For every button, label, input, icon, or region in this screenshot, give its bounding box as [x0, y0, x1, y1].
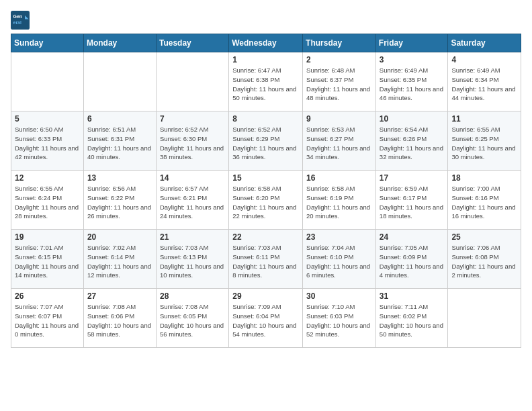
- day-info: Sunrise: 6:49 AMSunset: 6:35 PMDaylight:…: [380, 66, 445, 103]
- day-info: Sunrise: 6:49 AMSunset: 6:34 PMDaylight:…: [451, 66, 517, 103]
- day-number: 3: [380, 55, 445, 64]
- day-info: Sunrise: 6:54 AMSunset: 6:26 PMDaylight:…: [380, 125, 445, 162]
- day-number: 12: [15, 173, 80, 183]
- page-header: Gen eral: [11, 11, 521, 30]
- calendar-week-row: 26 Sunrise: 7:07 AMSunset: 6:07 PMDaylig…: [11, 289, 521, 348]
- calendar-week-row: 1 Sunrise: 6:47 AMSunset: 6:38 PMDayligh…: [11, 52, 521, 111]
- calendar-day-cell: 27 Sunrise: 7:08 AMSunset: 6:06 PMDaylig…: [83, 289, 156, 348]
- calendar-day-cell: 5 Sunrise: 6:50 AMSunset: 6:33 PMDayligh…: [11, 111, 84, 171]
- day-info: Sunrise: 7:02 AMSunset: 6:14 PMDaylight:…: [87, 243, 152, 280]
- calendar-header-row: SundayMondayTuesdayWednesdayThursdayFrid…: [11, 34, 521, 52]
- calendar-week-row: 12 Sunrise: 6:55 AMSunset: 6:24 PMDaylig…: [11, 171, 521, 230]
- day-number: 7: [160, 114, 225, 124]
- calendar-day-cell: 18 Sunrise: 7:00 AMSunset: 6:16 PMDaylig…: [448, 171, 521, 230]
- calendar-day-header: Saturday: [448, 34, 521, 52]
- day-info: Sunrise: 7:08 AMSunset: 6:05 PMDaylight:…: [160, 302, 225, 339]
- calendar-day-cell: [156, 52, 228, 111]
- day-info: Sunrise: 6:58 AMSunset: 6:19 PMDaylight:…: [306, 184, 372, 221]
- day-number: 23: [306, 232, 372, 242]
- calendar-day-cell: 24 Sunrise: 7:05 AMSunset: 6:09 PMDaylig…: [375, 230, 448, 289]
- day-info: Sunrise: 6:51 AMSunset: 6:31 PMDaylight:…: [87, 125, 152, 162]
- day-number: 5: [15, 114, 80, 124]
- day-info: Sunrise: 6:58 AMSunset: 6:20 PMDaylight:…: [232, 184, 299, 221]
- day-number: 24: [380, 232, 445, 242]
- day-info: Sunrise: 7:04 AMSunset: 6:10 PMDaylight:…: [306, 243, 372, 280]
- day-number: 30: [306, 291, 372, 301]
- svg-text:eral: eral: [13, 20, 22, 25]
- day-number: 20: [87, 232, 152, 242]
- day-number: 18: [451, 173, 517, 183]
- day-number: 22: [232, 232, 299, 242]
- day-info: Sunrise: 6:57 AMSunset: 6:21 PMDaylight:…: [160, 184, 225, 221]
- day-number: 19: [15, 232, 80, 242]
- day-info: Sunrise: 7:01 AMSunset: 6:15 PMDaylight:…: [15, 243, 80, 280]
- calendar-day-cell: 29 Sunrise: 7:09 AMSunset: 6:04 PMDaylig…: [229, 289, 303, 348]
- calendar-day-cell: 7 Sunrise: 6:52 AMSunset: 6:30 PMDayligh…: [156, 111, 228, 171]
- calendar-day-header: Tuesday: [156, 34, 228, 52]
- calendar-day-cell: 15 Sunrise: 6:58 AMSunset: 6:20 PMDaylig…: [229, 171, 303, 230]
- calendar-day-cell: 31 Sunrise: 7:11 AMSunset: 6:02 PMDaylig…: [375, 289, 448, 348]
- day-info: Sunrise: 7:03 AMSunset: 6:13 PMDaylight:…: [160, 243, 225, 280]
- day-number: 8: [232, 114, 299, 124]
- calendar-day-cell: 25 Sunrise: 7:06 AMSunset: 6:08 PMDaylig…: [448, 230, 521, 289]
- calendar-day-cell: 20 Sunrise: 7:02 AMSunset: 6:14 PMDaylig…: [83, 230, 156, 289]
- calendar-day-header: Friday: [375, 34, 448, 52]
- day-number: 6: [87, 114, 152, 124]
- calendar-day-cell: [11, 52, 84, 111]
- calendar-day-cell: 21 Sunrise: 7:03 AMSunset: 6:13 PMDaylig…: [156, 230, 228, 289]
- day-number: 27: [87, 291, 152, 301]
- day-number: 15: [232, 173, 299, 183]
- day-info: Sunrise: 6:52 AMSunset: 6:29 PMDaylight:…: [232, 125, 299, 162]
- day-info: Sunrise: 6:55 AMSunset: 6:25 PMDaylight:…: [451, 125, 517, 162]
- day-info: Sunrise: 6:56 AMSunset: 6:22 PMDaylight:…: [87, 184, 152, 221]
- calendar-day-cell: 16 Sunrise: 6:58 AMSunset: 6:19 PMDaylig…: [303, 171, 376, 230]
- calendar-day-cell: 10 Sunrise: 6:54 AMSunset: 6:26 PMDaylig…: [375, 111, 448, 171]
- calendar-day-cell: 30 Sunrise: 7:10 AMSunset: 6:03 PMDaylig…: [303, 289, 376, 348]
- calendar-day-cell: 3 Sunrise: 6:49 AMSunset: 6:35 PMDayligh…: [375, 52, 448, 111]
- day-info: Sunrise: 7:07 AMSunset: 6:07 PMDaylight:…: [15, 302, 80, 339]
- day-info: Sunrise: 6:59 AMSunset: 6:17 PMDaylight:…: [380, 184, 445, 221]
- calendar-day-cell: 12 Sunrise: 6:55 AMSunset: 6:24 PMDaylig…: [11, 171, 84, 230]
- calendar-day-cell: [448, 289, 521, 348]
- calendar-day-cell: 14 Sunrise: 6:57 AMSunset: 6:21 PMDaylig…: [156, 171, 228, 230]
- day-info: Sunrise: 6:55 AMSunset: 6:24 PMDaylight:…: [15, 184, 80, 221]
- day-info: Sunrise: 7:05 AMSunset: 6:09 PMDaylight:…: [380, 243, 445, 280]
- calendar-day-cell: 2 Sunrise: 6:48 AMSunset: 6:37 PMDayligh…: [303, 52, 376, 111]
- calendar-day-header: Wednesday: [229, 34, 303, 52]
- day-info: Sunrise: 7:06 AMSunset: 6:08 PMDaylight:…: [451, 243, 517, 280]
- day-info: Sunrise: 7:11 AMSunset: 6:02 PMDaylight:…: [380, 302, 445, 339]
- calendar-day-cell: 19 Sunrise: 7:01 AMSunset: 6:15 PMDaylig…: [11, 230, 84, 289]
- logo: Gen eral: [11, 11, 32, 30]
- day-info: Sunrise: 6:50 AMSunset: 6:33 PMDaylight:…: [15, 125, 80, 162]
- calendar-day-cell: 28 Sunrise: 7:08 AMSunset: 6:05 PMDaylig…: [156, 289, 228, 348]
- day-number: 2: [306, 55, 372, 64]
- calendar-day-cell: 22 Sunrise: 7:03 AMSunset: 6:11 PMDaylig…: [229, 230, 303, 289]
- day-number: 9: [306, 114, 372, 124]
- day-number: 26: [15, 291, 80, 301]
- calendar-day-cell: 17 Sunrise: 6:59 AMSunset: 6:17 PMDaylig…: [375, 171, 448, 230]
- calendar-day-cell: 11 Sunrise: 6:55 AMSunset: 6:25 PMDaylig…: [448, 111, 521, 171]
- calendar-week-row: 19 Sunrise: 7:01 AMSunset: 6:15 PMDaylig…: [11, 230, 521, 289]
- svg-text:Gen: Gen: [13, 14, 23, 19]
- day-number: 10: [380, 114, 445, 124]
- day-info: Sunrise: 7:00 AMSunset: 6:16 PMDaylight:…: [451, 184, 517, 221]
- calendar-day-cell: 13 Sunrise: 6:56 AMSunset: 6:22 PMDaylig…: [83, 171, 156, 230]
- calendar-day-cell: 1 Sunrise: 6:47 AMSunset: 6:38 PMDayligh…: [229, 52, 303, 111]
- day-info: Sunrise: 7:08 AMSunset: 6:06 PMDaylight:…: [87, 302, 152, 339]
- calendar-day-cell: 4 Sunrise: 6:49 AMSunset: 6:34 PMDayligh…: [448, 52, 521, 111]
- calendar-day-cell: [83, 52, 156, 111]
- calendar-day-header: Sunday: [11, 34, 84, 52]
- day-number: 13: [87, 173, 152, 183]
- day-number: 29: [232, 291, 299, 301]
- day-info: Sunrise: 6:52 AMSunset: 6:30 PMDaylight:…: [160, 125, 225, 162]
- day-info: Sunrise: 7:09 AMSunset: 6:04 PMDaylight:…: [232, 302, 299, 339]
- calendar-table: SundayMondayTuesdayWednesdayThursdayFrid…: [11, 34, 521, 348]
- day-info: Sunrise: 7:10 AMSunset: 6:03 PMDaylight:…: [306, 302, 372, 339]
- calendar-day-cell: 23 Sunrise: 7:04 AMSunset: 6:10 PMDaylig…: [303, 230, 376, 289]
- calendar-day-cell: 8 Sunrise: 6:52 AMSunset: 6:29 PMDayligh…: [229, 111, 303, 171]
- logo-icon: Gen eral: [11, 11, 30, 30]
- day-number: 4: [451, 55, 517, 64]
- day-number: 31: [380, 291, 445, 301]
- day-number: 16: [306, 173, 372, 183]
- calendar-day-cell: 26 Sunrise: 7:07 AMSunset: 6:07 PMDaylig…: [11, 289, 84, 348]
